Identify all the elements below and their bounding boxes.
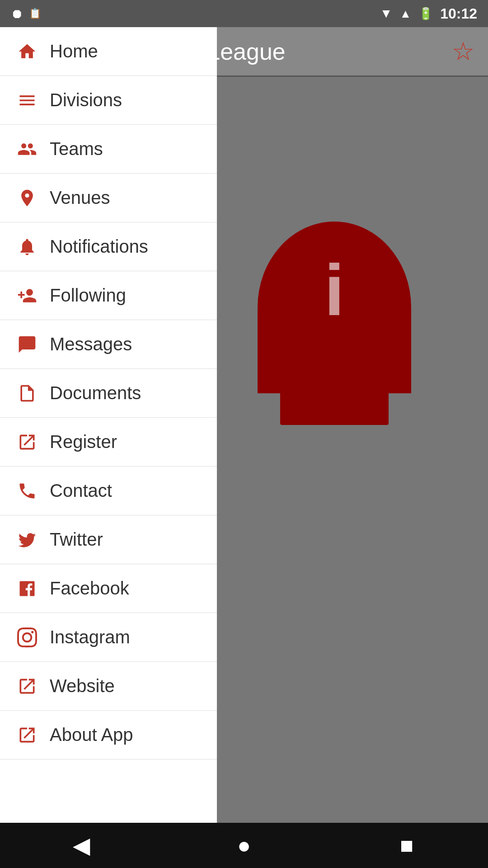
sidebar-item-twitter-label: Twitter: [50, 529, 103, 550]
home-icon: [14, 38, 41, 65]
sidebar-item-instagram-label: Instagram: [50, 627, 130, 647]
home-button[interactable]: ●: [226, 827, 262, 863]
sidebar-item-facebook[interactable]: Facebook: [0, 564, 217, 613]
twitter-icon: [14, 526, 41, 553]
sidebar-item-divisions-label: Divisions: [50, 90, 122, 110]
recent-button[interactable]: ■: [389, 827, 425, 863]
sidebar-item-register[interactable]: Register: [0, 418, 217, 467]
sidebar-item-teams[interactable]: Teams: [0, 125, 217, 174]
status-time: 10:12: [440, 5, 477, 22]
sidebar-item-about-app[interactable]: About App: [0, 711, 217, 760]
wifi-icon: ▼: [380, 6, 393, 21]
contact-icon: [14, 477, 41, 505]
sidebar-item-about-app-label: About App: [50, 725, 133, 745]
venues-icon: [14, 184, 41, 212]
favorite-icon[interactable]: ☆: [452, 37, 474, 66]
sidebar-item-teams-label: Teams: [50, 139, 103, 159]
sidebar-item-following-label: Following: [50, 285, 126, 306]
bg-logo-circle: i: [258, 222, 411, 393]
record-icon: ⏺: [11, 6, 23, 21]
sidebar-item-messages-label: Messages: [50, 334, 132, 354]
sidebar-item-notifications-label: Notifications: [50, 236, 148, 257]
status-bar: ⏺ 📋 ▼ ▲ 🔋 10:12: [0, 0, 488, 27]
bg-logo-i: i: [324, 249, 344, 332]
sidebar-item-facebook-label: Facebook: [50, 578, 129, 599]
sidebar-item-venues[interactable]: Venues: [0, 174, 217, 222]
sidebar-item-home-label: Home: [50, 41, 98, 61]
about-icon: [14, 722, 41, 749]
sidebar-item-twitter[interactable]: Twitter: [0, 515, 217, 564]
sidebar-item-website-label: Website: [50, 676, 115, 696]
sidebar-item-instagram[interactable]: Instagram: [0, 613, 217, 662]
sidebar-item-website[interactable]: Website: [0, 662, 217, 711]
instagram-icon: [14, 624, 41, 651]
signal-icon: ▲: [399, 7, 411, 21]
sidebar-item-following[interactable]: Following: [0, 271, 217, 320]
status-bar-right: ▼ ▲ 🔋 10:12: [380, 5, 477, 22]
sidebar-item-venues-label: Venues: [50, 188, 110, 208]
header-title: League: [207, 38, 286, 65]
following-icon: [14, 282, 41, 309]
facebook-icon: [14, 575, 41, 602]
sidebar-item-contact[interactable]: Contact: [0, 467, 217, 515]
sidebar-item-documents[interactable]: Documents: [0, 369, 217, 418]
status-bar-left: ⏺ 📋: [11, 6, 41, 21]
documents-icon: [14, 380, 41, 407]
sidebar-item-contact-label: Contact: [50, 481, 112, 501]
teams-icon: [14, 136, 41, 163]
sidebar-item-messages[interactable]: Messages: [0, 320, 217, 369]
bg-logo-bar: [280, 389, 389, 425]
sidebar-item-register-label: Register: [50, 432, 117, 452]
battery-icon: 🔋: [418, 7, 433, 21]
sim-icon: 📋: [29, 8, 41, 19]
sidebar-item-home[interactable]: Home: [0, 27, 217, 76]
register-icon: [14, 429, 41, 456]
sidebar-item-divisions[interactable]: Divisions: [0, 76, 217, 125]
website-icon: [14, 673, 41, 700]
bottom-nav: ◀ ● ■: [0, 823, 488, 868]
messages-icon: [14, 331, 41, 358]
bg-logo-area: i: [181, 104, 488, 511]
divisions-icon: [14, 87, 41, 114]
sidebar-item-notifications[interactable]: Notifications: [0, 222, 217, 271]
sidebar-item-documents-label: Documents: [50, 383, 141, 403]
side-drawer: Home Divisions Teams Venues Notification…: [0, 27, 217, 868]
back-button[interactable]: ◀: [63, 827, 99, 863]
notifications-icon: [14, 233, 41, 260]
